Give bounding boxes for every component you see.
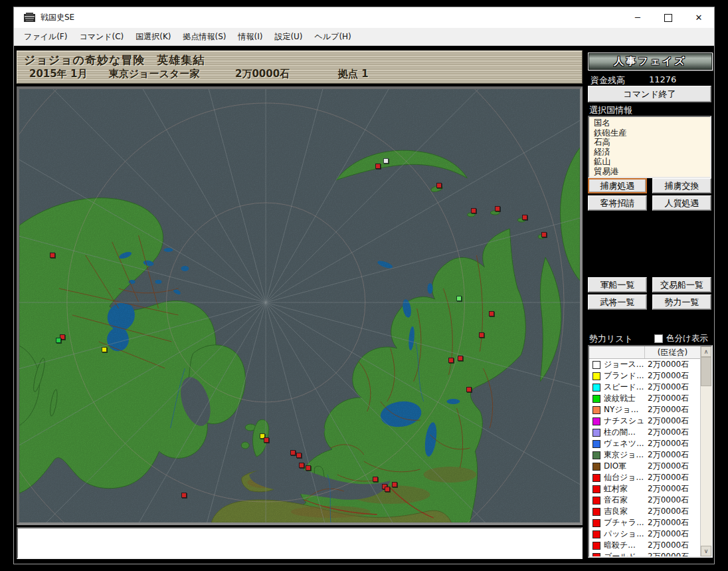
faction-color-swatch xyxy=(592,361,600,369)
maximize-button[interactable] xyxy=(653,7,683,28)
faction-row[interactable]: 吉良家2万0000石 xyxy=(589,506,700,517)
color-display-checkbox[interactable] xyxy=(654,334,663,343)
faction-row[interactable]: パッショ...2万0000石 xyxy=(589,528,700,540)
list-button-1[interactable]: 交易船一覧 xyxy=(652,277,711,292)
world-map[interactable] xyxy=(17,86,583,525)
personnel-button-3[interactable]: 人質処遇 xyxy=(652,195,711,211)
menu-item-1[interactable]: コマンド(C) xyxy=(73,28,130,46)
country-info-item[interactable]: 鉱山 xyxy=(594,157,710,167)
map-marker[interactable] xyxy=(383,158,389,164)
faction-row[interactable]: スピード...2万0000石 xyxy=(589,382,700,393)
map-marker[interactable] xyxy=(436,183,442,188)
map-marker[interactable] xyxy=(458,356,463,361)
faction-row[interactable]: 音石家2万0000石 xyxy=(589,495,700,506)
map-marker[interactable] xyxy=(181,493,187,498)
faction-row[interactable]: 暗殺チ...2万0000石 xyxy=(589,540,700,551)
map-marker[interactable] xyxy=(541,232,547,237)
map-marker[interactable] xyxy=(299,463,304,468)
faction-name: 柱の闇... xyxy=(604,427,645,438)
map-marker[interactable] xyxy=(56,338,61,343)
faction-koku: 2万0000石 xyxy=(648,506,689,517)
forces-list-scrollbar[interactable]: ∧ ∨ xyxy=(700,346,711,556)
country-info-item[interactable]: 石高 xyxy=(594,138,710,148)
faction-name: スピード... xyxy=(604,382,645,393)
menu-item-5[interactable]: 設定(U) xyxy=(268,28,308,46)
faction-row[interactable]: ブチャラ...2万0000石 xyxy=(589,517,700,528)
faction-koku: 2万0000石 xyxy=(648,528,689,540)
map-marker[interactable] xyxy=(448,358,454,363)
map-marker[interactable] xyxy=(392,482,397,487)
scroll-down-icon[interactable]: ∨ xyxy=(701,546,711,556)
forces-list-header-koku-col[interactable]: (臣従含) xyxy=(645,346,700,358)
minimize-button[interactable]: ─ xyxy=(622,7,653,28)
end-command-button[interactable]: コマンド終了 xyxy=(588,86,711,102)
faction-row[interactable]: 柱の闇...2万0000石 xyxy=(589,427,700,438)
faction-color-swatch xyxy=(592,429,600,437)
map-marker[interactable] xyxy=(385,487,390,492)
faction-row[interactable]: ジョース...2万0000石 xyxy=(589,359,700,370)
forces-list-header-name-col[interactable] xyxy=(589,346,645,358)
faction-row[interactable]: 虹村家2万0000石 xyxy=(589,483,700,495)
map-marker[interactable] xyxy=(50,253,55,258)
list-button-3[interactable]: 勢力一覧 xyxy=(652,294,711,310)
scroll-up-icon[interactable]: ∧ xyxy=(701,346,711,357)
faction-name: ゴールド... xyxy=(604,551,645,556)
country-info-item[interactable]: 国名 xyxy=(594,118,710,128)
country-info-item[interactable]: 経済 xyxy=(594,148,710,158)
faction-color-swatch xyxy=(592,384,600,392)
map-marker[interactable] xyxy=(375,164,381,169)
faction-name: DIO軍 xyxy=(604,461,645,472)
personnel-button-2[interactable]: 客将招請 xyxy=(588,195,647,211)
faction-row[interactable]: ヴェネツ...2万0000石 xyxy=(589,438,700,449)
scenario-status-line: 2015年 1月 東京ジョースター家 2万0000石 拠点 1 xyxy=(17,68,582,80)
faction-koku: 2万0000石 xyxy=(648,540,689,551)
faction-row[interactable]: ナチスシュ...2万0000石 xyxy=(589,415,700,427)
menu-item-6[interactable]: ヘルプ(H) xyxy=(309,28,357,46)
map-marker[interactable] xyxy=(466,387,472,392)
list-button-0[interactable]: 軍船一覧 xyxy=(588,277,647,292)
selected-country-listbox[interactable]: 国名鉄砲生産石高経済鉱山貿易港 xyxy=(588,116,711,178)
map-marker[interactable] xyxy=(495,206,500,211)
map-marker[interactable] xyxy=(489,311,494,316)
menu-item-4[interactable]: 情報(I) xyxy=(232,28,268,46)
title-bar[interactable]: 戦国史SE ─ ✕ xyxy=(14,7,714,28)
faction-row[interactable]: NYジョ...2万0000石 xyxy=(589,404,700,415)
country-info-item[interactable]: 鉄砲生産 xyxy=(594,128,710,138)
faction-color-swatch xyxy=(592,474,600,482)
faction-koku: 2万0000石 xyxy=(648,393,689,404)
faction-row[interactable]: ゴールド...2万0000石 xyxy=(589,551,700,556)
map-marker[interactable] xyxy=(479,332,484,338)
menu-item-2[interactable]: 国選択(K) xyxy=(130,28,177,46)
menu-item-0[interactable]: ファイル(F) xyxy=(18,28,73,46)
map-marker[interactable] xyxy=(264,437,269,443)
map-marker[interactable] xyxy=(471,208,476,213)
map-marker[interactable] xyxy=(522,215,527,220)
faction-name: NYジョ... xyxy=(604,404,645,415)
personnel-button-0[interactable]: 捕虜処遇 xyxy=(588,178,647,193)
map-marker[interactable] xyxy=(102,347,107,352)
menu-item-3[interactable]: 拠点情報(S) xyxy=(177,28,232,46)
close-button[interactable]: ✕ xyxy=(683,7,714,28)
faction-color-swatch xyxy=(592,485,600,493)
faction-row[interactable]: DIO軍2万0000石 xyxy=(589,461,700,472)
faction-row[interactable]: 仙台ジョ...2万0000石 xyxy=(589,472,700,483)
faction-row[interactable]: ブランド...2万0000石 xyxy=(589,370,700,382)
faction-row[interactable]: 波紋戦士2万0000石 xyxy=(589,393,700,404)
country-info-item[interactable]: 貿易港 xyxy=(594,167,710,177)
scrollbar-thumb[interactable] xyxy=(701,357,711,386)
color-display-label: 色分け表示 xyxy=(666,333,708,344)
player-clan: 東京ジョースター家 xyxy=(109,68,235,80)
faction-row[interactable]: 東京ジョ...2万0000石 xyxy=(589,449,700,461)
map-marker[interactable] xyxy=(296,453,302,458)
phase-banner: 人事フェイズ xyxy=(588,53,713,70)
map-marker[interactable] xyxy=(373,477,378,482)
map-marker[interactable] xyxy=(290,450,296,455)
faction-color-swatch xyxy=(592,519,600,527)
map-marker[interactable] xyxy=(306,465,311,471)
funds-row: 資金残高 11276 xyxy=(591,74,713,86)
faction-color-swatch xyxy=(592,553,600,557)
list-button-2[interactable]: 武将一覧 xyxy=(588,294,647,310)
scrollbar-track[interactable] xyxy=(701,386,711,546)
map-marker[interactable] xyxy=(456,296,462,301)
personnel-button-1[interactable]: 捕虜交換 xyxy=(652,178,711,193)
